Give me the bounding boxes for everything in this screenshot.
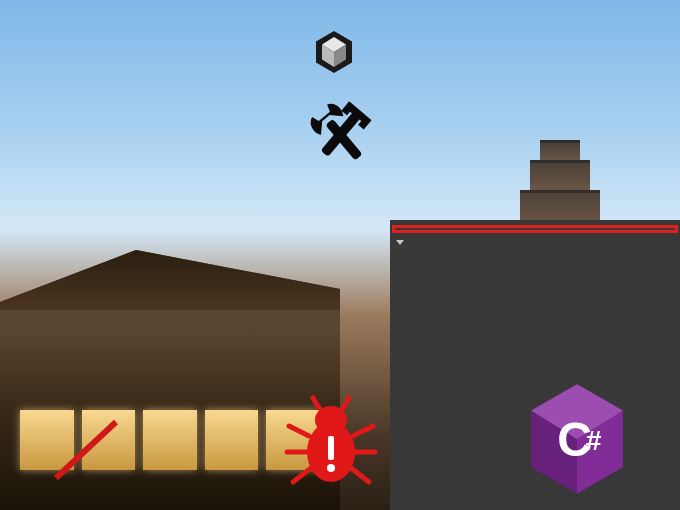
csharp-logo-icon: C # <box>522 380 632 500</box>
gr-logo <box>34 416 144 490</box>
highlighted-settings <box>392 225 678 233</box>
wrench-hammer-icon <box>301 96 379 174</box>
svg-text:#: # <box>586 424 602 456</box>
expand-arrow-icon <box>396 240 404 245</box>
svg-line-6 <box>56 422 116 478</box>
svg-rect-9 <box>328 436 334 460</box>
svg-point-10 <box>327 464 335 472</box>
bug-icon <box>276 394 386 494</box>
main-title <box>285 96 395 174</box>
unity-header <box>310 28 370 76</box>
quality-section-header[interactable] <box>390 234 680 250</box>
unity-logo-icon <box>310 28 358 76</box>
